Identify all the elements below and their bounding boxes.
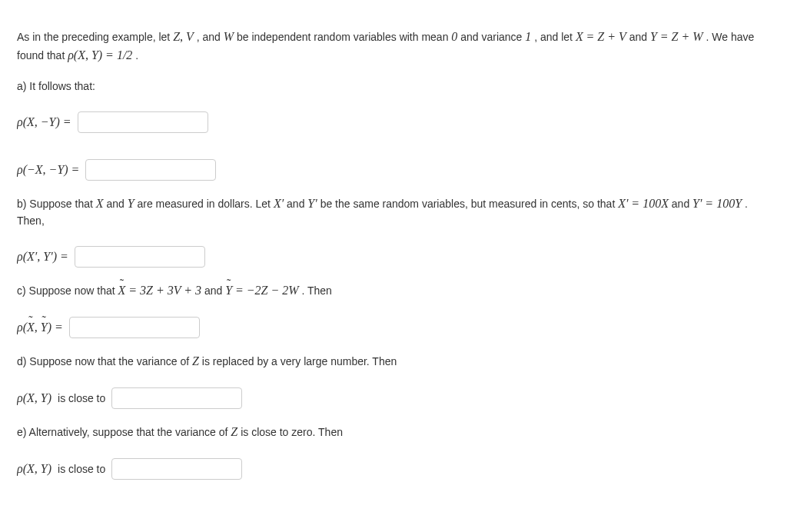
b-xp: X′ <box>274 197 284 210</box>
part-b-paragraph: b) Suppose that X and Y are measured in … <box>17 195 770 229</box>
var-w: W <box>224 30 234 43</box>
eq-x-lhs: X <box>576 30 583 43</box>
b-and2: and <box>287 198 307 210</box>
answer-input-a2[interactable] <box>85 159 216 181</box>
c-ytilde2: Y <box>41 318 48 337</box>
rho-xy: ρ(X, Y) <box>68 48 102 62</box>
part-c-paragraph: c) Suppose now that X = 3Z + 3V + 3 and … <box>17 281 770 300</box>
part-b-row: ρ(X′, Y′) = <box>17 246 770 268</box>
answer-input-c[interactable] <box>69 317 200 338</box>
vars-zv: Z, V <box>173 30 194 43</box>
part-a-row-1: ρ(X, −Y) = <box>17 111 770 133</box>
b-eq1-lhs: X′ <box>618 197 628 210</box>
intro-paragraph: As in the preceding example, let Z, V , … <box>17 28 770 65</box>
half: 1/2 <box>117 48 132 62</box>
rho-open: ρ( <box>17 321 27 334</box>
c-ytilde: Y <box>225 281 232 300</box>
part-d-paragraph: d) Suppose now that the variance of Z is… <box>17 352 770 371</box>
part-c-row: ρ(X, Y) = <box>17 317 770 338</box>
rho-xp-yp-label: ρ(X′, Y′) = <box>17 248 68 266</box>
rho-mid: , <box>35 321 41 334</box>
rho-close: ) = <box>48 321 63 334</box>
c-rhs2: −2Z − 2W <box>247 284 299 297</box>
rho-negx-negy-label: ρ(−X, −Y) = <box>17 161 79 179</box>
answer-input-e[interactable] <box>111 458 242 480</box>
part-e-row: ρ(X, Y) is close to <box>17 458 770 480</box>
answer-input-b[interactable] <box>75 246 205 268</box>
d-post: is replaced by a very large number. Then <box>202 355 397 367</box>
d-rho: ρ(X, Y) <box>17 389 51 407</box>
intro-text: As in the preceding example, let <box>17 31 173 43</box>
intro-mid3: , and let <box>534 31 576 43</box>
equals: = <box>235 284 247 297</box>
part-d-row: ρ(X, Y) is close to <box>17 387 770 409</box>
d-pre: d) Suppose now that the variance of <box>17 355 192 367</box>
c-pre: c) Suppose now that <box>17 284 118 297</box>
e-post: is close to zero. Then <box>241 426 343 438</box>
equals: = <box>705 197 716 210</box>
equals: = <box>128 284 140 297</box>
period: . <box>135 49 138 62</box>
part-a-prompt: a) It follows that: <box>17 78 770 95</box>
b-mid2: be the same random variables, but measur… <box>320 198 619 210</box>
eq-x-rhs: Z + V <box>597 30 626 43</box>
eq-y-lhs: Y <box>650 30 657 43</box>
part-a-row-2: ρ(−X, −Y) = <box>17 159 770 181</box>
c-rhs1: 3Z + 3V + 3 <box>140 284 201 297</box>
equals: = <box>586 30 598 43</box>
equals: = <box>660 30 672 43</box>
rho-tilde-label: ρ(X, Y) = <box>17 318 63 337</box>
b-pre: b) Suppose that <box>17 198 96 210</box>
equals: = <box>631 197 643 210</box>
b-y: Y <box>128 197 134 210</box>
b-eq2-rhs: 100Y <box>716 197 742 210</box>
b-eq2-lhs: Y′ <box>692 197 702 210</box>
intro-mid2: and variance <box>460 31 525 43</box>
e-rho: ρ(X, Y) <box>17 460 51 478</box>
eq-y-rhs: Z + W <box>672 30 703 43</box>
intro-and1: , and <box>197 31 224 43</box>
zero: 0 <box>451 30 457 43</box>
c-and: and <box>204 284 225 297</box>
b-mid1: are measured in dollars. Let <box>137 198 273 210</box>
b-x: X <box>96 197 104 210</box>
e-pre: e) Alternatively, suppose that the varia… <box>17 426 231 438</box>
equals: = <box>105 48 117 62</box>
part-e-paragraph: e) Alternatively, suppose that the varia… <box>17 423 770 441</box>
c-xtilde: X <box>118 281 126 300</box>
e-close: is close to <box>58 461 105 477</box>
one: 1 <box>525 30 531 43</box>
b-yp: Y′ <box>307 197 317 210</box>
e-z: Z <box>231 425 237 438</box>
c-then: . Then <box>301 284 331 297</box>
intro-mid1: be independent random variables with mea… <box>237 31 451 43</box>
d-z: Z <box>192 354 199 367</box>
answer-input-d[interactable] <box>111 387 242 409</box>
b-eq1-rhs: 100X <box>643 197 669 210</box>
b-and3: and <box>672 198 692 210</box>
d-close: is close to <box>58 391 105 407</box>
b-and1: and <box>106 198 127 210</box>
intro-and2: and <box>629 31 650 43</box>
answer-input-a1[interactable] <box>78 111 208 133</box>
c-xtilde2: X <box>27 318 35 337</box>
rho-x-negy-label: ρ(X, −Y) = <box>17 113 71 131</box>
